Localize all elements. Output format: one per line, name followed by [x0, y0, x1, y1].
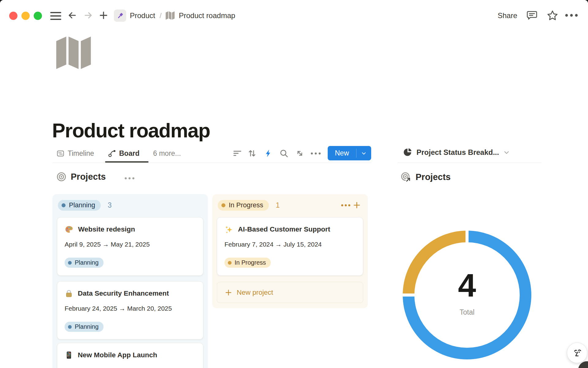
view-more-icon[interactable] — [311, 148, 321, 159]
expand-icon[interactable] — [295, 148, 305, 159]
more-icon[interactable] — [565, 9, 578, 21]
card-title: AI-Based Customer Support — [238, 225, 330, 233]
card-dates: February 24, 2025 → March 20, 2025 — [65, 305, 196, 312]
breadcrumb-page-label[interactable]: Product roadmap — [179, 11, 235, 20]
card-title: Data Security Enhancement — [78, 289, 169, 297]
donut-total-value: 4 — [458, 269, 476, 301]
column-planning-header: Planning 3 — [58, 200, 202, 211]
pie-chart-icon — [403, 148, 413, 157]
active-tab-underline — [105, 161, 149, 163]
new-page-icon[interactable] — [97, 9, 110, 21]
column-more-icon[interactable] — [340, 200, 351, 210]
card-dates: May 1, 2025 → May 22, 2025 — [65, 366, 196, 368]
linked-target-icon — [401, 172, 411, 182]
minimize-window-button[interactable] — [21, 12, 30, 20]
card-data-security[interactable]: Data Security Enhancement February 24, 2… — [57, 281, 203, 339]
new-button[interactable]: New — [328, 146, 371, 160]
breadcrumb-separator: / — [160, 11, 162, 20]
automation-icon[interactable] — [263, 148, 274, 159]
column-count: 1 — [276, 201, 280, 209]
card-title: New Mobile App Launch — [78, 351, 157, 359]
palette-icon — [65, 225, 74, 234]
zoom-window-button[interactable] — [34, 12, 42, 20]
chevron-down-icon — [503, 149, 510, 156]
card-dates: February 7, 2024 → July 15, 2024 — [224, 240, 356, 248]
tabbar-divider-right — [398, 163, 541, 163]
share-button[interactable]: Share — [498, 11, 517, 20]
card-status-badge: In Progress — [224, 258, 271, 268]
card-ai-support[interactable]: AI-Based Customer Support February 7, 20… — [217, 217, 363, 276]
back-icon[interactable] — [66, 9, 78, 21]
filter-icon[interactable] — [232, 148, 243, 159]
tab-timeline[interactable]: Timeline — [56, 147, 94, 159]
card-status-badge: Planning — [65, 322, 104, 332]
breadcrumb-workspace-label[interactable]: Product — [130, 11, 155, 20]
notion-ai-button[interactable] — [567, 343, 587, 363]
card-website-redesign[interactable]: Website redesign April 9, 2025 → May 21,… — [57, 217, 203, 276]
new-button-dropdown[interactable] — [356, 150, 371, 156]
card-dates: April 9, 2025 → May 21, 2025 — [65, 240, 196, 248]
column-count: 3 — [108, 201, 112, 209]
plus-icon — [224, 289, 232, 297]
chart-section-title: Projects — [416, 172, 450, 182]
chart-section-heading[interactable]: Projects — [401, 172, 450, 182]
star-icon[interactable] — [546, 9, 559, 21]
status-dot — [62, 203, 66, 207]
ai-face-icon — [571, 347, 583, 359]
board-section-title: Projects — [71, 172, 106, 182]
notion-window: Product / Product roadmap Share — [0, 0, 588, 368]
donut-total-label: Total — [460, 308, 475, 316]
page-icon-map[interactable] — [55, 36, 93, 72]
breadcrumb-workspace[interactable] — [114, 10, 126, 22]
status-badge-planning: Planning — [58, 200, 101, 211]
card-status-badge: Planning — [65, 258, 104, 268]
hammer-icon — [116, 12, 124, 20]
board-section-heading: Projects — [56, 172, 106, 182]
comment-icon[interactable] — [525, 9, 539, 21]
map-icon — [165, 11, 175, 21]
lock-icon — [65, 289, 73, 298]
card-title: Website redesign — [78, 225, 135, 233]
tab-board[interactable]: Board — [108, 147, 139, 159]
board-icon — [108, 149, 116, 158]
timeline-icon — [56, 149, 65, 158]
search-icon[interactable] — [279, 148, 289, 159]
topbar: Product / Product roadmap Share — [0, 0, 588, 26]
more-views-button[interactable]: 6 more... — [153, 149, 181, 158]
forward-icon[interactable] — [82, 9, 94, 21]
mobile-phone-icon — [65, 351, 73, 359]
sidebar-menu-icon[interactable] — [50, 12, 61, 20]
tabbar-divider-left — [52, 163, 371, 163]
close-window-button[interactable] — [9, 12, 17, 20]
sort-icon[interactable] — [247, 148, 257, 159]
sparkles-icon — [224, 225, 233, 234]
target-icon — [56, 172, 66, 182]
column-add-icon[interactable] — [351, 200, 362, 210]
column-in-progress: In Progress 1 AI-Based Customer Support … — [212, 194, 368, 308]
column-in-progress-header: In Progress 1 — [218, 200, 362, 211]
status-dot — [221, 203, 225, 207]
new-project-button[interactable]: New project — [217, 282, 363, 303]
column-planning: Planning 3 Website redesign April 9, 202… — [52, 194, 208, 368]
chevron-down-icon — [361, 150, 367, 156]
card-mobile-app[interactable]: New Mobile App Launch May 1, 2025 → May … — [57, 343, 203, 368]
chart-view-selector[interactable]: Project Status Breakd... — [403, 148, 510, 157]
board-section-menu[interactable] — [124, 175, 135, 181]
page-title: Product roadmap — [52, 119, 210, 142]
status-badge-in-progress: In Progress — [218, 200, 269, 211]
donut-center: 4 Total — [403, 231, 531, 359]
